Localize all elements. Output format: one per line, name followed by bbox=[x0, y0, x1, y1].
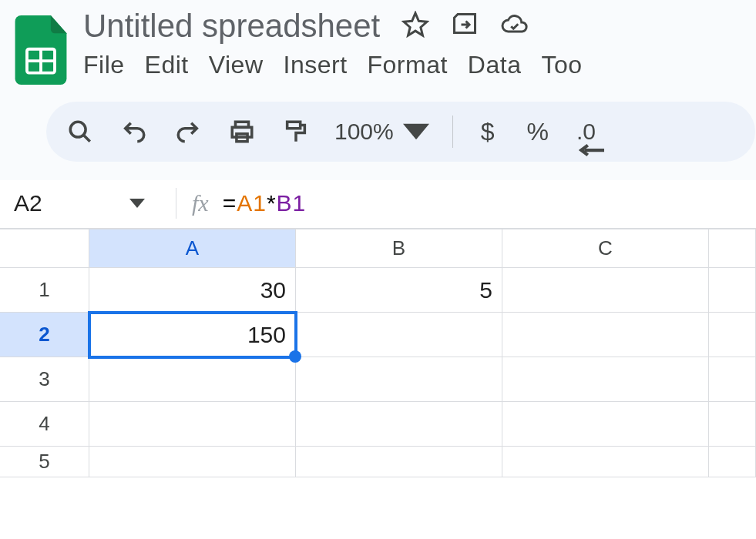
row-header-5[interactable]: 5 bbox=[0, 447, 89, 477]
select-all-corner[interactable] bbox=[0, 229, 89, 268]
column-header-a[interactable]: A bbox=[89, 229, 296, 268]
zoom-dropdown[interactable]: 100% bbox=[334, 119, 429, 145]
app-header: Untitled spreadsheet File Edit View Inse… bbox=[0, 0, 756, 88]
cell-b1[interactable]: 5 bbox=[296, 268, 502, 313]
formula-bar: A2 fx =A1*B1 bbox=[0, 180, 756, 228]
cell-b2[interactable] bbox=[296, 313, 502, 357]
cell-a3[interactable] bbox=[89, 357, 296, 402]
cell-a5[interactable] bbox=[89, 447, 296, 477]
row-header-3[interactable]: 3 bbox=[0, 357, 89, 402]
svg-line-4 bbox=[83, 135, 90, 142]
cell-c5[interactable] bbox=[502, 447, 709, 477]
name-box[interactable]: A2 bbox=[14, 190, 160, 216]
cell-c1[interactable] bbox=[502, 268, 709, 313]
undo-icon[interactable] bbox=[119, 119, 150, 145]
cell-a4[interactable] bbox=[89, 402, 296, 447]
cell-d5[interactable] bbox=[709, 447, 756, 477]
cell-a2[interactable]: 150 bbox=[89, 313, 296, 357]
svg-point-3 bbox=[70, 122, 86, 137]
menu-bar: File Edit View Insert Format Data Too bbox=[83, 51, 756, 79]
column-header-b[interactable]: B bbox=[296, 229, 502, 268]
toolbar: 100% $ % .0 bbox=[46, 102, 755, 162]
zoom-value: 100% bbox=[334, 119, 394, 145]
document-title[interactable]: Untitled spreadsheet bbox=[83, 8, 380, 45]
print-icon[interactable] bbox=[227, 119, 257, 145]
cell-c2[interactable] bbox=[502, 313, 709, 357]
formula-input[interactable]: =A1*B1 bbox=[223, 190, 307, 216]
search-icon[interactable] bbox=[65, 119, 96, 145]
toolbar-container: 100% $ % .0 bbox=[0, 88, 756, 180]
cell-b3[interactable] bbox=[296, 357, 502, 402]
formula-separator bbox=[176, 188, 176, 219]
menu-data[interactable]: Data bbox=[468, 51, 522, 79]
menu-insert[interactable]: Insert bbox=[283, 51, 347, 79]
cell-b5[interactable] bbox=[296, 447, 502, 477]
row-header-1[interactable]: 1 bbox=[0, 268, 89, 313]
svg-rect-6 bbox=[232, 127, 252, 137]
cell-d4[interactable] bbox=[709, 402, 756, 447]
menu-tools[interactable]: Too bbox=[541, 51, 582, 79]
menu-file[interactable]: File bbox=[83, 51, 125, 79]
row-header-2[interactable]: 2 bbox=[0, 313, 89, 357]
formula-eq: = bbox=[223, 190, 237, 216]
formula-ref-b1: B1 bbox=[277, 190, 307, 216]
star-icon[interactable] bbox=[402, 11, 429, 42]
column-header-c[interactable]: C bbox=[502, 229, 709, 268]
menu-view[interactable]: View bbox=[209, 51, 264, 79]
cell-b4[interactable] bbox=[296, 402, 502, 447]
cell-c4[interactable] bbox=[502, 402, 709, 447]
cloud-status-icon[interactable] bbox=[500, 11, 528, 42]
cell-d1[interactable] bbox=[709, 268, 756, 313]
formula-op: * bbox=[267, 190, 277, 216]
paint-format-icon[interactable] bbox=[281, 119, 311, 145]
decrease-decimal-button[interactable]: .0 bbox=[576, 119, 596, 145]
cell-a1[interactable]: 30 bbox=[89, 268, 296, 313]
chevron-down-icon bbox=[403, 119, 429, 145]
name-box-value: A2 bbox=[14, 190, 42, 216]
formula-ref-a1: A1 bbox=[237, 190, 267, 216]
chevron-down-icon bbox=[129, 196, 145, 211]
svg-rect-8 bbox=[287, 122, 301, 129]
column-header-extra[interactable] bbox=[709, 229, 756, 268]
fx-icon: fx bbox=[192, 190, 209, 216]
cell-d3[interactable] bbox=[709, 357, 756, 402]
cell-d2[interactable] bbox=[709, 313, 756, 357]
toolbar-separator bbox=[452, 116, 453, 148]
move-icon[interactable] bbox=[451, 11, 479, 42]
percent-button[interactable]: % bbox=[522, 118, 553, 146]
spreadsheet-grid: A B C 1 30 5 2 150 3 4 5 bbox=[0, 228, 756, 477]
row-header-4[interactable]: 4 bbox=[0, 402, 89, 447]
currency-button[interactable]: $ bbox=[476, 118, 499, 146]
cell-c3[interactable] bbox=[502, 357, 709, 402]
sheets-logo-icon bbox=[14, 15, 68, 85]
menu-format[interactable]: Format bbox=[368, 51, 448, 79]
menu-edit[interactable]: Edit bbox=[145, 51, 189, 79]
redo-icon[interactable] bbox=[173, 119, 203, 145]
